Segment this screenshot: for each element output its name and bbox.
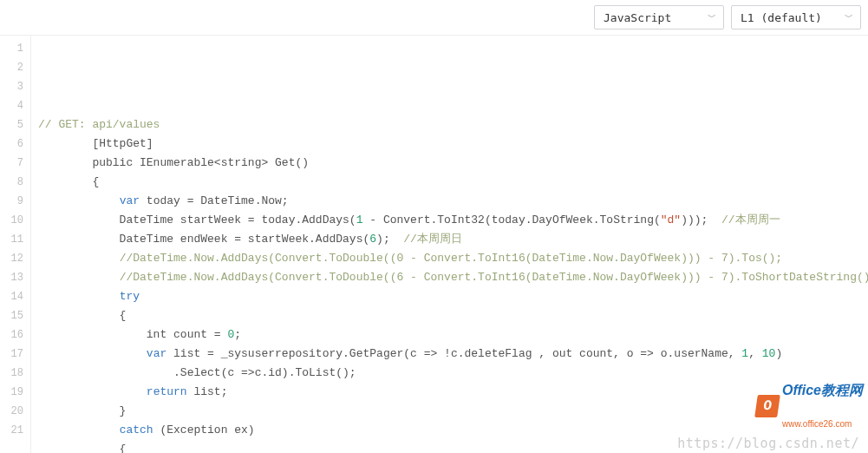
line-number: 19 (0, 383, 30, 402)
code-line[interactable]: public IEnumerable<string> Get() (38, 154, 861, 173)
code-token: { (38, 175, 99, 188)
code-line[interactable]: .Select(c =>c.id).ToList(); (38, 364, 861, 383)
code-line[interactable]: // GET: api/values (38, 115, 861, 135)
line-number: 5 (0, 115, 30, 135)
code-token: ))); (681, 213, 721, 226)
line-number: 17 (0, 345, 30, 364)
line-number: 1 (0, 39, 30, 58)
code-line[interactable]: int count = 0; (38, 325, 861, 345)
code-token: list = _sysuserrepository.GetPager(c => … (166, 347, 741, 360)
code-line[interactable]: DateTime startWeek = today.AddDays(1 - C… (38, 211, 861, 230)
line-number: 21 (0, 421, 30, 440)
code-token: - Convert.ToInt32(today.DayOfWeek.ToStri… (362, 213, 660, 226)
code-token: // GET: api/values (38, 118, 160, 131)
code-token: 1 (741, 347, 748, 360)
code-token: (Exception ex) (153, 423, 255, 437)
code-token: ); (376, 233, 403, 246)
code-token: public IEnumerable<string> Get() (38, 156, 309, 169)
code-token: ; (234, 328, 241, 341)
code-token: ] (147, 137, 153, 150)
code-token: .Select(c =>c.id).ToList(); (38, 366, 356, 379)
code-token (38, 347, 147, 360)
code-token: { (38, 309, 126, 322)
line-number: 11 (0, 230, 30, 249)
code-token: catch (120, 423, 153, 437)
line-number: 7 (0, 154, 30, 173)
language-dropdown-label: JavaScript (604, 11, 671, 24)
code-line[interactable]: [HttpGet] (38, 135, 861, 154)
line-number: 18 (0, 364, 30, 383)
code-token (38, 423, 120, 437)
code-line[interactable]: var today = DateTime.Now; (38, 192, 861, 211)
code-line[interactable]: } (38, 402, 861, 421)
line-number: 13 (0, 268, 30, 287)
code-line[interactable]: { (38, 440, 861, 453)
line-number: 15 (0, 306, 30, 325)
line-number-gutter: 123456789101112131415161718192021 (0, 36, 31, 453)
code-token: DateTime endWeek = startWeek.AddDays( (38, 233, 369, 246)
level-dropdown-label: L1 (default) (741, 11, 822, 24)
code-line[interactable]: var list = _sysuserrepository.GetPager(c… (38, 345, 861, 364)
line-number: 2 (0, 58, 30, 77)
code-token: , (748, 347, 762, 360)
line-number: 12 (0, 249, 30, 268)
code-token: var (147, 347, 166, 360)
line-number: 4 (0, 96, 30, 115)
code-token: //DateTime.Now.AddDays(Convert.ToDouble(… (120, 252, 783, 265)
code-line[interactable]: { (38, 306, 861, 325)
code-line[interactable]: //DateTime.Now.AddDays(Convert.ToDouble(… (38, 249, 861, 268)
code-line[interactable]: try (38, 287, 861, 306)
code-token: { (38, 443, 126, 453)
line-number: 6 (0, 135, 30, 154)
code-token: int count = (38, 328, 227, 341)
code-token (38, 194, 120, 207)
code-area[interactable]: // GET: api/values [HttpGet] public IEnu… (31, 36, 868, 453)
code-token: //本周周日 (403, 233, 462, 246)
code-token: } (38, 404, 126, 417)
line-number: 10 (0, 211, 30, 230)
code-editor[interactable]: 123456789101112131415161718192021 // GET… (0, 35, 868, 453)
code-token: 10 (762, 347, 776, 360)
line-number: 16 (0, 325, 30, 345)
code-token (38, 271, 120, 284)
line-number: 3 (0, 77, 30, 96)
code-token: //DateTime.Now.AddDays(Convert.ToDouble(… (120, 271, 868, 284)
code-token: //本周周一 (721, 213, 780, 226)
code-line[interactable]: catch (Exception ex) (38, 421, 861, 440)
language-dropdown[interactable]: JavaScript ﹀ (594, 5, 724, 30)
code-token (38, 385, 147, 398)
code-token (38, 252, 120, 265)
code-token (38, 290, 120, 303)
line-number: 9 (0, 192, 30, 211)
line-number: 14 (0, 287, 30, 306)
code-token: "d" (661, 213, 681, 226)
line-number: 20 (0, 402, 30, 421)
line-number: 8 (0, 173, 30, 192)
code-token: HttpGet (99, 137, 147, 150)
code-line[interactable]: DateTime endWeek = startWeek.AddDays(6);… (38, 230, 861, 249)
code-token: list; (187, 385, 228, 398)
code-line[interactable]: { (38, 173, 861, 192)
code-token: try (120, 290, 140, 303)
code-token: today = DateTime.Now; (140, 194, 289, 207)
chevron-down-icon: ﹀ (708, 11, 716, 23)
editor-toolbar: JavaScript ﹀ L1 (default) ﹀ (0, 0, 868, 35)
code-token: [ (38, 137, 99, 150)
code-token: return (147, 385, 187, 398)
code-line[interactable]: //DateTime.Now.AddDays(Convert.ToDouble(… (38, 268, 861, 287)
code-line[interactable]: return list; (38, 383, 861, 402)
code-token: ) (775, 347, 782, 360)
code-token: 6 (369, 233, 376, 246)
chevron-down-icon: ﹀ (845, 11, 853, 23)
code-token: var (120, 194, 140, 207)
level-dropdown[interactable]: L1 (default) ﹀ (731, 5, 861, 30)
code-token: DateTime startWeek = today.AddDays( (38, 213, 356, 226)
